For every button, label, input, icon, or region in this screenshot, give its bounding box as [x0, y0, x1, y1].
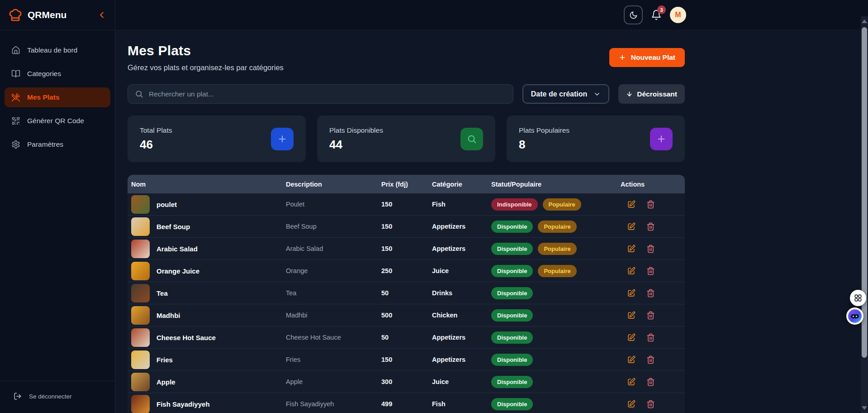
stat-label: Total Plats: [140, 126, 172, 134]
column-header-actions: Actions: [621, 181, 681, 188]
dish-price: 499: [381, 400, 432, 408]
table-row: Beef Soup Beef Soup 150 Appetizers Dispo…: [128, 216, 685, 238]
main-content: Mes Plats Gérez vos plats et organisez-l…: [128, 30, 685, 413]
column-header-statut-populaire: Statut/Populaire: [491, 181, 621, 188]
table-header: NomDescriptionPrix (fdj)CatégorieStatut/…: [128, 175, 685, 193]
logout-button[interactable]: Se déconnecter: [0, 381, 115, 413]
trash-icon: [646, 245, 655, 253]
page-scrollbar[interactable]: [861, 16, 868, 413]
dish-description: Orange: [286, 267, 381, 274]
status-badge: Disponible: [491, 221, 533, 233]
dish-name: Fish Sayadiyyeh: [157, 400, 210, 408]
sidebar-item-label: Mes Plats: [27, 93, 60, 101]
column-header-description: Description: [286, 181, 381, 188]
notifications-button[interactable]: 3: [651, 10, 662, 20]
delete-button[interactable]: [646, 333, 655, 342]
plus-icon[interactable]: [271, 128, 294, 150]
delete-button[interactable]: [646, 355, 655, 364]
dish-category: Fish: [432, 201, 491, 208]
sidebar-item-generer-qr-code[interactable]: Générer QR Code: [5, 111, 110, 131]
delete-button[interactable]: [646, 200, 655, 209]
apps-floating-button[interactable]: [850, 290, 866, 306]
topbar: 3 M: [115, 0, 868, 30]
search-input[interactable]: [149, 90, 506, 98]
sidebar-nav: Tableau de bord Categories Mes Plats Gén…: [0, 30, 115, 381]
delete-button[interactable]: [646, 311, 655, 320]
scroll-down-icon[interactable]: [862, 406, 867, 410]
plus-icon[interactable]: [650, 128, 673, 150]
edit-button[interactable]: [627, 311, 636, 320]
delete-button[interactable]: [646, 289, 655, 298]
sidebar-item-parametres[interactable]: Paramètres: [5, 134, 110, 154]
delete-button[interactable]: [646, 222, 655, 231]
dish-photo: [131, 351, 150, 369]
plus-icon: [619, 54, 626, 61]
sidebar: QRMenu Tableau de bord Categories Mes Pl…: [0, 0, 115, 413]
status-badge: Disponible: [491, 331, 533, 344]
edit-button[interactable]: [627, 222, 636, 231]
trash-icon: [646, 267, 655, 275]
sidebar-item-label: Paramètres: [27, 140, 63, 149]
sort-select-value: Date de création: [531, 90, 587, 98]
status-badge: Disponible: [491, 376, 533, 388]
edit-button[interactable]: [627, 378, 636, 386]
status-badge: Disponible: [491, 398, 533, 410]
table-body: poulet Poulet 150 Fish Indisponible Popu…: [128, 193, 685, 413]
scroll-up-icon[interactable]: [862, 19, 867, 23]
dish-name: Fries: [157, 356, 173, 364]
popular-badge: Populaire: [543, 198, 581, 211]
dish-description: Tea: [286, 289, 381, 297]
dish-description: Apple: [286, 378, 381, 385]
stat-label: Plats Populaires: [519, 126, 569, 134]
trash-icon: [646, 311, 655, 320]
sort-order-button[interactable]: Décroissant: [618, 84, 685, 104]
search-box: [128, 84, 513, 104]
dishes-table: NomDescriptionPrix (fdj)CatégorieStatut/…: [128, 175, 685, 413]
dish-price: 150: [381, 245, 432, 252]
dish-price: 50: [381, 289, 432, 297]
sidebar-item-mes-plats[interactable]: Mes Plats: [5, 87, 110, 107]
edit-icon: [627, 289, 636, 298]
edit-button[interactable]: [627, 200, 636, 209]
grid-apps-icon: [854, 294, 862, 302]
dish-price: 150: [381, 356, 432, 363]
table-row: Cheese Hot Sauce Cheese Hot Sauce 50 App…: [128, 327, 685, 349]
stat-value: 44: [329, 138, 383, 152]
edit-button[interactable]: [627, 245, 636, 253]
sidebar-item-categories[interactable]: Categories: [5, 64, 110, 84]
new-dish-button[interactable]: Nouveau Plat: [609, 48, 685, 67]
edit-icon: [627, 267, 636, 275]
edit-button[interactable]: [627, 355, 636, 364]
edit-button[interactable]: [627, 289, 636, 298]
arrow-down-icon: [626, 91, 633, 97]
dish-price: 500: [381, 312, 432, 319]
dish-name: Apple: [157, 378, 175, 386]
user-avatar[interactable]: M: [670, 7, 686, 23]
delete-button[interactable]: [646, 267, 655, 275]
assistant-floating-button[interactable]: [846, 307, 863, 325]
column-header-nom: Nom: [131, 181, 286, 188]
theme-toggle-button[interactable]: [624, 5, 643, 24]
dish-description: Poulet: [286, 201, 381, 208]
table-row: Arabic Salad Arabic Salad 150 Appetizers…: [128, 238, 685, 260]
trash-icon: [646, 400, 655, 408]
edit-button[interactable]: [627, 333, 636, 342]
delete-button[interactable]: [646, 400, 655, 408]
trash-icon: [646, 378, 655, 386]
dish-price: 150: [381, 223, 432, 230]
edit-icon: [627, 333, 636, 342]
dish-name: Beef Soup: [157, 223, 190, 231]
scrollbar-thumb[interactable]: [862, 27, 867, 358]
search-icon[interactable]: [460, 128, 483, 150]
dish-name: Cheese Hot Sauce: [157, 334, 216, 341]
sidebar-item-tableau-de-bord[interactable]: Tableau de bord: [5, 40, 110, 60]
status-badge: Disponible: [491, 243, 533, 255]
sort-select[interactable]: Date de création: [522, 84, 609, 104]
edit-button[interactable]: [627, 267, 636, 275]
sidebar-collapse-button[interactable]: [97, 10, 107, 20]
delete-button[interactable]: [646, 378, 655, 386]
dish-name: Orange Juice: [157, 267, 199, 275]
edit-icon: [627, 200, 636, 209]
edit-button[interactable]: [627, 400, 636, 408]
delete-button[interactable]: [646, 245, 655, 253]
